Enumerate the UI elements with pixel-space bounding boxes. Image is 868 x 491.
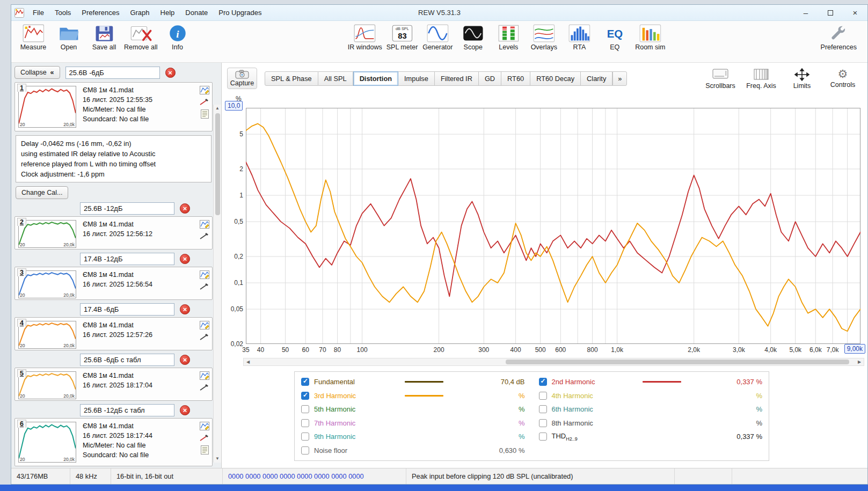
scrollbars-button[interactable]: Scrollbars [701, 67, 740, 90]
scroll-left-icon[interactable]: ◀ [244, 360, 252, 364]
measurement-5-name-input[interactable] [80, 354, 174, 366]
measurement-panel-2[interactable]: 2 20 20,0k ЄМ8 1м 41.mdat 16 лист. 2025 … [14, 216, 213, 250]
scroll-down-icon[interactable]: ▼ [215, 455, 220, 463]
graph-edit-icon[interactable] [200, 321, 209, 329]
collapse-button[interactable]: Collapse « [14, 66, 60, 79]
graph-edit-icon[interactable] [200, 220, 209, 229]
noise-floor-checkbox[interactable] [301, 446, 309, 455]
8th-harmonic-checkbox[interactable] [539, 419, 547, 427]
sidebar-scrollbar[interactable]: ▲ ▼ [213, 105, 221, 463]
measurement-2-name-input[interactable] [80, 202, 174, 215]
tab-filtered-ir[interactable]: Filtered IR [435, 71, 479, 86]
measurement-6-name-input[interactable] [80, 404, 174, 416]
controls-button[interactable]: ⚙ Controls [823, 67, 862, 90]
graph-edit-icon[interactable] [200, 371, 209, 380]
open-button[interactable]: Open [51, 21, 86, 51]
freq-axis-button[interactable]: Freq. Axis [742, 67, 781, 90]
trace-pencil-icon[interactable] [200, 98, 209, 106]
scrollbar-track[interactable] [252, 358, 855, 365]
thd-checkbox[interactable] [539, 433, 547, 441]
x-tick-label: 5,0k [789, 346, 801, 354]
measurement-1-name-input[interactable] [65, 67, 160, 79]
trace-pencil-icon[interactable] [200, 283, 209, 290]
menu-donate[interactable]: Donate [180, 5, 213, 21]
scrollbar-thumb[interactable] [506, 360, 849, 364]
chart-plot-area[interactable] [246, 108, 860, 344]
5th-harmonic-checkbox[interactable] [301, 405, 309, 413]
trace-pencil-icon[interactable] [200, 384, 209, 391]
scrollbar-thumb[interactable] [215, 113, 220, 215]
capture-button[interactable]: Capture [227, 68, 257, 89]
scroll-right-icon[interactable]: ▶ [855, 360, 864, 364]
maximize-button[interactable] [818, 5, 843, 20]
generator-button[interactable]: Generator [420, 21, 455, 51]
tab-spl-phase[interactable]: SPL & Phase [265, 71, 318, 86]
trace-pencil-icon[interactable] [200, 232, 209, 240]
trace-pencil-icon[interactable] [200, 333, 209, 341]
7th-harmonic-checkbox[interactable] [301, 419, 309, 427]
right-limit-field[interactable]: 9,00k [844, 344, 865, 354]
change-cal-button[interactable]: Change Cal... [16, 186, 68, 199]
tab-rt60[interactable]: RT60 [501, 71, 530, 86]
tab-clarity[interactable]: Clarity [581, 71, 612, 86]
tab-rt60-decay[interactable]: RT60 Decay [530, 71, 581, 86]
2nd-harmonic-checkbox[interactable] [539, 378, 547, 386]
menu-file[interactable]: File [27, 5, 49, 21]
remove-all-button[interactable]: Remove all [122, 21, 160, 51]
minimize-button[interactable]: – [793, 5, 818, 20]
menu-tools[interactable]: Tools [49, 5, 76, 21]
tab-overflow-button[interactable]: » [612, 71, 627, 86]
tab-distortion[interactable]: Distortion [353, 71, 398, 86]
spl-meter-button[interactable]: dB SPL83 SPL meter [384, 21, 420, 51]
measurement-5-delete-button[interactable]: × [180, 355, 190, 365]
limits-button[interactable]: Limits [783, 67, 821, 90]
graph-edit-icon[interactable] [200, 270, 209, 279]
ir-windows-button[interactable]: IR windows [346, 21, 384, 51]
tab-gd[interactable]: GD [479, 71, 501, 86]
measure-button[interactable]: Measure [16, 21, 51, 51]
notes-icon[interactable] [201, 445, 209, 455]
room-sim-button[interactable]: Room sim [632, 21, 668, 51]
measurement-panel-3[interactable]: 3 20 20,0k ЄМ8 1м 41.mdat 16 лист. 2025 … [14, 267, 213, 300]
fundamental-checkbox[interactable] [301, 378, 309, 386]
measurement-4-name-input[interactable] [80, 303, 174, 316]
measurement-3-name-input[interactable] [80, 253, 174, 265]
scroll-up-icon[interactable]: ▲ [215, 105, 220, 112]
overlays-button[interactable]: Overlays [526, 21, 561, 51]
graph-edit-icon[interactable] [200, 86, 209, 94]
distortion-chart[interactable]: % 10,0 9,00k 5210,50,20,10,050,023540506… [222, 94, 867, 358]
menu-preferences[interactable]: Preferences [76, 5, 125, 21]
menu-pro-upgrades[interactable]: Pro Upgrades [213, 5, 267, 21]
x-tick-label: 35 [242, 346, 249, 354]
tab-all-spl[interactable]: All SPL [318, 71, 353, 86]
measurement-4-delete-button[interactable]: × [180, 304, 190, 314]
measurement-panel-4[interactable]: 4 20 20,0k ЄМ8 1м 41.mdat 16 лист. 2025 … [14, 317, 213, 350]
levels-button[interactable]: Levels [491, 21, 526, 51]
measurement-panel-5[interactable]: 5 20 20,0k ЄМ8 1м 41.mdat 16 лист. 2025 … [14, 368, 213, 401]
trace-pencil-icon[interactable] [200, 434, 209, 442]
eq-button[interactable]: EQ EQ [597, 21, 632, 51]
4th-harmonic-checkbox[interactable] [539, 392, 547, 400]
info-button[interactable]: i Info [160, 21, 195, 51]
preferences-button[interactable]: Preferences [819, 21, 859, 51]
measurement-6-delete-button[interactable]: × [180, 405, 190, 415]
measurement-panel-6[interactable]: 6 20 20,0k ЄМ8 1м 41.mdat 16 лист. 2025 … [14, 418, 213, 466]
measurement-2-delete-button[interactable]: × [180, 203, 190, 214]
measurement-1-delete-button[interactable]: × [165, 68, 176, 78]
menu-help[interactable]: Help [155, 5, 180, 21]
save-all-button[interactable]: Save all [86, 21, 122, 51]
chart-horizontal-scrollbar[interactable]: ◀ ▶ [243, 358, 864, 366]
rta-button[interactable]: RTA [561, 21, 597, 51]
notes-icon[interactable] [201, 109, 209, 119]
scope-button[interactable]: Scope [455, 21, 491, 51]
tab-impulse[interactable]: Impulse [398, 71, 435, 86]
9th-harmonic-checkbox[interactable] [301, 433, 309, 441]
top-limit-field[interactable]: 10,0 [225, 101, 243, 111]
graph-edit-icon[interactable] [200, 422, 209, 430]
menu-graph[interactable]: Graph [125, 5, 155, 21]
measurement-panel-1[interactable]: 1 20 20,0k ЄМ8 1м 41.mdat 16 лист. 2025 … [14, 82, 213, 131]
3rd-harmonic-checkbox[interactable] [301, 392, 309, 400]
measurement-3-delete-button[interactable]: × [180, 254, 190, 264]
6th-harmonic-checkbox[interactable] [539, 405, 547, 413]
close-button[interactable]: × [843, 5, 867, 20]
